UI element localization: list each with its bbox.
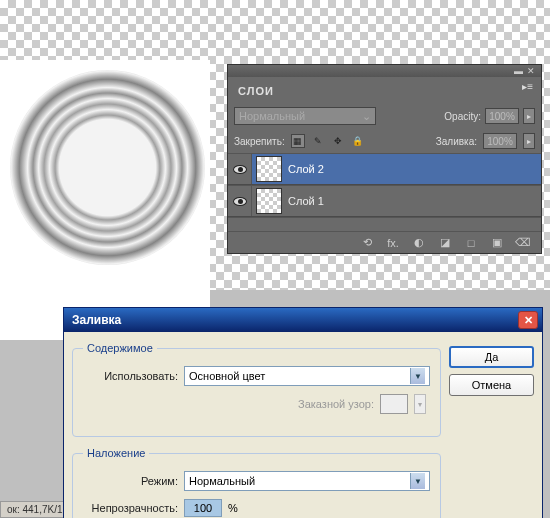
chevron-down-icon: ⌄ xyxy=(362,110,371,123)
layer-row[interactable]: Слой 1 xyxy=(228,185,541,217)
fill-opacity-value[interactable]: 100% xyxy=(483,133,517,149)
delete-layer-icon[interactable]: ⌫ xyxy=(515,236,531,249)
layer-row[interactable]: Слой 2 xyxy=(228,153,541,185)
use-select[interactable]: Основной цвет ▼ xyxy=(184,366,430,386)
close-icon[interactable]: ✕ xyxy=(518,311,538,329)
tab-layers[interactable]: СЛОИ xyxy=(236,83,284,97)
layer-list-empty xyxy=(228,217,541,231)
blend-mode-select[interactable]: Нормальный ⌄ xyxy=(234,107,376,125)
pattern-swatch xyxy=(380,394,408,414)
palette-menu-icon[interactable]: ▸≡ xyxy=(522,81,533,92)
lock-position-icon[interactable]: ✥ xyxy=(331,134,345,148)
percent-symbol: % xyxy=(228,502,238,514)
fill-opacity-label: Заливка: xyxy=(436,136,477,147)
mode-select[interactable]: Нормальный ▼ xyxy=(184,471,430,491)
chevron-down-icon: ▼ xyxy=(410,473,425,489)
new-layer-icon[interactable]: ▣ xyxy=(489,236,505,249)
visibility-toggle[interactable] xyxy=(228,186,252,216)
layer-mask-icon[interactable]: ◐ xyxy=(411,236,427,249)
palette-tabs: СЛОИ ▸≡ xyxy=(228,77,541,103)
palette-titlebar[interactable]: ▬ ✕ xyxy=(228,65,541,77)
fill-flyout-icon[interactable]: ▸ xyxy=(523,133,535,149)
layer-style-icon[interactable]: fx. xyxy=(385,237,401,249)
chevron-down-icon: ▼ xyxy=(410,368,425,384)
ok-button[interactable]: Да xyxy=(449,346,534,368)
dialog-title: Заливка xyxy=(68,313,518,327)
close-palette-icon[interactable]: ✕ xyxy=(527,66,535,76)
mode-value: Нормальный xyxy=(189,475,410,487)
use-label: Использовать: xyxy=(83,370,178,382)
layer-list: Слой 2 Слой 1 xyxy=(228,153,541,231)
contents-legend: Содержимое xyxy=(83,342,157,354)
minimize-palette-icon[interactable]: ▬ xyxy=(514,66,523,76)
opacity-value[interactable]: 100% xyxy=(485,108,519,124)
stamp-artwork xyxy=(10,70,205,265)
layers-palette: ▬ ✕ СЛОИ ▸≡ Нормальный ⌄ Opacity: 100% ▸… xyxy=(227,64,542,254)
link-layers-icon[interactable]: ⟲ xyxy=(359,236,375,249)
lock-all-icon[interactable]: 🔒 xyxy=(351,134,365,148)
lock-transparency-icon[interactable]: ▦ xyxy=(291,134,305,148)
opacity-label: Opacity: xyxy=(444,111,481,122)
dialog-titlebar[interactable]: Заливка ✕ xyxy=(64,308,542,332)
layer-thumbnail[interactable] xyxy=(256,188,282,214)
palette-footer: ⟲ fx. ◐ ◪ □ ▣ ⌫ xyxy=(228,231,541,253)
dlg-opacity-input[interactable]: 100 xyxy=(184,499,222,517)
eye-icon xyxy=(233,197,247,206)
adjustment-layer-icon[interactable]: ◪ xyxy=(437,236,453,249)
contents-group: Содержимое Использовать: Основной цвет ▼… xyxy=(72,342,441,437)
fill-dialog: Заливка ✕ Содержимое Использовать: Основ… xyxy=(63,307,543,518)
custom-pattern-label: Заказной узор: xyxy=(298,398,374,410)
cancel-button[interactable]: Отмена xyxy=(449,374,534,396)
lock-pixels-icon[interactable]: ✎ xyxy=(311,134,325,148)
use-value: Основной цвет xyxy=(189,370,410,382)
blending-group: Наложение Режим: Нормальный ▼ Непрозрачн… xyxy=(72,447,441,518)
opacity-flyout-icon[interactable]: ▸ xyxy=(523,108,535,124)
lock-label: Закрепить: xyxy=(234,136,285,147)
dlg-opacity-label: Непрозрачность: xyxy=(83,502,178,514)
layer-thumbnail[interactable] xyxy=(256,156,282,182)
eye-icon xyxy=(233,165,247,174)
blending-legend: Наложение xyxy=(83,447,149,459)
layer-name[interactable]: Слой 2 xyxy=(288,163,324,175)
group-icon[interactable]: □ xyxy=(463,237,479,249)
pattern-flyout-icon: ▾ xyxy=(414,394,426,414)
layer-name[interactable]: Слой 1 xyxy=(288,195,324,207)
blend-mode-value: Нормальный xyxy=(239,110,305,122)
visibility-toggle[interactable] xyxy=(228,154,252,184)
mode-label: Режим: xyxy=(83,475,178,487)
